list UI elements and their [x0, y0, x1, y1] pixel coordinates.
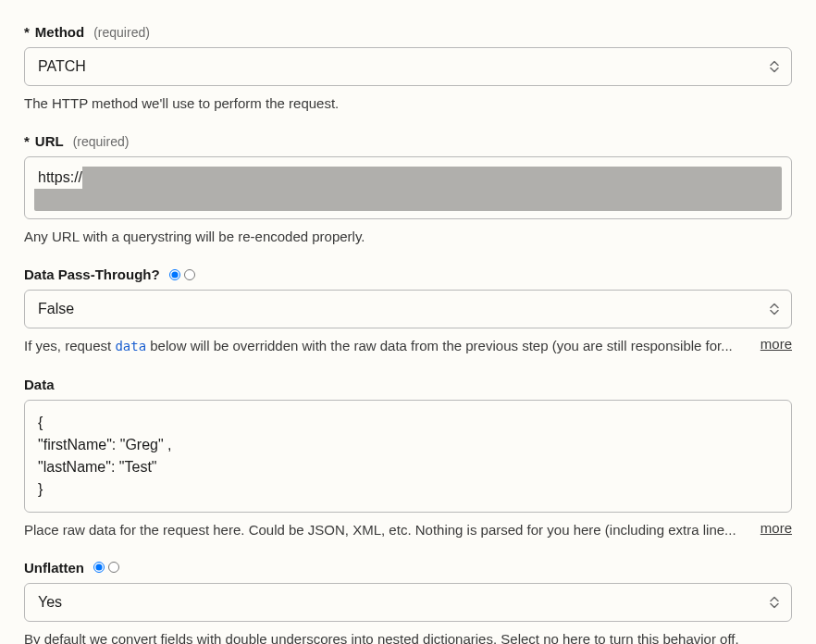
required-asterisk: *: [24, 24, 30, 40]
data-textarea[interactable]: { "firstName": "Greg" , "lastName": "Tes…: [24, 400, 792, 513]
required-tag: (required): [73, 134, 130, 149]
url-input[interactable]: https://: [24, 156, 792, 219]
url-label-row: * URL (required): [24, 133, 792, 149]
method-field-group: * Method (required) PATCH The HTTP metho…: [24, 24, 792, 113]
passthrough-select-wrap: False: [24, 290, 792, 328]
method-label: Method: [35, 24, 84, 40]
passthrough-label-row: Data Pass-Through?: [24, 266, 792, 282]
passthrough-help-pre: If yes, request: [24, 338, 115, 353]
data-label-row: Data: [24, 377, 792, 392]
method-select-wrap: PATCH: [24, 47, 792, 86]
unflatten-radio-group: [93, 562, 119, 573]
url-redacted-area: https://: [34, 167, 782, 211]
method-label-row: * Method (required): [24, 24, 792, 40]
url-field-group: * URL (required) https:// Any URL with a…: [24, 133, 792, 246]
data-label: Data: [24, 377, 55, 392]
unflatten-radio-2[interactable]: [108, 562, 119, 573]
unflatten-select[interactable]: Yes: [24, 583, 792, 622]
required-asterisk: *: [24, 133, 30, 149]
passthrough-radio-2[interactable]: [184, 269, 195, 280]
url-help-text: Any URL with a querystring will be re-en…: [24, 227, 792, 246]
data-field-group: Data { "firstName": "Greg" , "lastName":…: [24, 377, 792, 539]
passthrough-field-group: Data Pass-Through? False If yes, request…: [24, 266, 792, 356]
required-tag: (required): [93, 25, 150, 40]
method-select[interactable]: PATCH: [24, 47, 792, 86]
unflatten-label-row: Unflatten: [24, 560, 792, 576]
passthrough-select[interactable]: False: [24, 290, 792, 328]
passthrough-label: Data Pass-Through?: [24, 266, 160, 282]
data-more-link[interactable]: more: [760, 520, 792, 536]
unflatten-select-wrap: Yes: [24, 583, 792, 622]
passthrough-help-code: data: [115, 339, 146, 353]
passthrough-radio-1[interactable]: [169, 269, 180, 280]
passthrough-help-post: below will be overridden with the raw da…: [146, 338, 733, 353]
unflatten-radio-1[interactable]: [93, 562, 105, 573]
unflatten-help-text: By default we convert fields with double…: [24, 629, 792, 644]
data-help-text: Place raw data for the request here. Cou…: [24, 520, 744, 539]
method-help-text: The HTTP method we'll use to perform the…: [24, 93, 792, 113]
unflatten-select-value: Yes: [38, 594, 62, 611]
url-label: URL: [35, 133, 64, 149]
unflatten-field-group: Unflatten Yes By default we convert fiel…: [24, 560, 792, 644]
passthrough-select-value: False: [38, 301, 74, 317]
method-select-value: PATCH: [38, 58, 86, 75]
url-prefix-text: https://: [34, 167, 82, 189]
unflatten-label: Unflatten: [24, 560, 84, 576]
passthrough-more-link[interactable]: more: [760, 336, 792, 352]
passthrough-help-text: If yes, request data below will be overr…: [24, 336, 744, 356]
passthrough-radio-group: [169, 269, 195, 280]
